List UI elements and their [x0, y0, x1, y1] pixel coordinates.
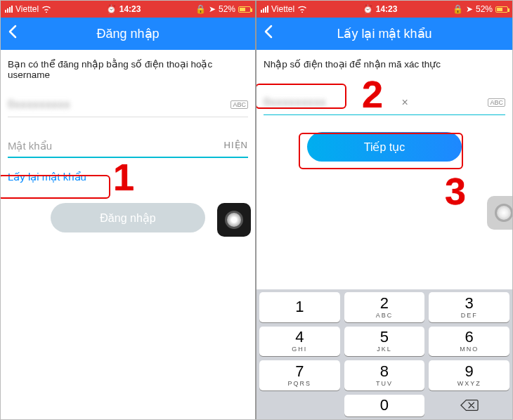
key-2[interactable]: 2ABC	[344, 292, 425, 322]
key-4[interactable]: 4GHI	[259, 327, 340, 357]
header: Lấy lại mật khẩu	[256, 18, 512, 50]
battery-icon	[238, 6, 251, 13]
status-bar: Viettel ⏰ 14:23 🔒 ➤ 52%	[256, 1, 512, 18]
password-input[interactable]: Mật khẩu HIỆN	[8, 133, 248, 158]
phone-value: 0xxxxxxxxx	[264, 96, 326, 109]
abc-badge: ABC	[488, 98, 505, 107]
wifi-icon	[297, 5, 307, 14]
continue-button[interactable]: Tiếp tục	[307, 132, 462, 162]
lock-icon: 🔒	[195, 4, 206, 14]
time-label: 14:23	[119, 4, 141, 14]
key-backspace[interactable]	[429, 395, 509, 417]
key-0[interactable]: 0	[344, 395, 425, 417]
screen-recover: Viettel ⏰ 14:23 🔒 ➤ 52% Lấy lại mật khẩu	[256, 1, 512, 419]
page-title: Đăng nhập	[96, 26, 159, 41]
hint-text: Bạn có thể đăng nhập bằng số điện thoại …	[8, 58, 248, 80]
password-placeholder: Mật khẩu	[8, 140, 52, 152]
status-bar: Viettel ⏰ 14:23 🔒 ➤ 52%	[1, 1, 255, 18]
numeric-keypad: 1 2ABC 3DEF 4GHI 5JKL 6MNO 7PQRS 8TUV 9W…	[256, 289, 512, 419]
key-1[interactable]: 1	[259, 292, 340, 322]
carrier-label: Viettel	[271, 4, 294, 14]
signal-icon	[5, 6, 13, 13]
annotation-number-1: 1	[113, 155, 134, 199]
key-5[interactable]: 5JKL	[344, 327, 425, 357]
forgot-password-link[interactable]: Lấy lại mật khẩu	[8, 171, 86, 183]
location-icon: ➤	[466, 4, 473, 14]
phone-value: 0xxxxxxxxx	[8, 98, 70, 111]
battery-label: 52%	[219, 4, 235, 14]
login-button[interactable]: Đăng nhập	[51, 203, 205, 232]
page-title: Lấy lại mật khẩu	[337, 26, 431, 41]
phone-input[interactable]: 0xxxxxxxxx × ABC	[264, 92, 505, 115]
clear-icon[interactable]: ×	[402, 96, 408, 109]
signal-icon	[261, 6, 268, 13]
key-8[interactable]: 8TUV	[344, 360, 425, 391]
alarm-icon: ⏰	[363, 4, 373, 14]
phone-input[interactable]: 0xxxxxxxxx ABC	[8, 94, 248, 117]
hint-text: Nhập số điện thoại để nhận mã xác thực	[264, 58, 505, 70]
assistive-touch-icon[interactable]	[217, 203, 251, 237]
assistive-touch-icon[interactable]	[487, 196, 512, 230]
abc-badge: ABC	[230, 100, 248, 109]
wifi-icon	[41, 5, 51, 14]
header: Đăng nhập	[1, 18, 255, 50]
show-password-toggle[interactable]: HIỆN	[224, 140, 248, 152]
key-6[interactable]: 6MNO	[429, 327, 509, 357]
back-icon[interactable]	[264, 25, 273, 43]
battery-label: 52%	[476, 4, 493, 14]
key-7[interactable]: 7PQRS	[259, 360, 340, 391]
location-icon: ➤	[209, 4, 216, 14]
back-icon[interactable]	[8, 25, 18, 43]
lock-icon: 🔒	[453, 4, 463, 14]
battery-icon	[495, 6, 508, 13]
login-button-label: Đăng nhập	[100, 211, 155, 225]
time-label: 14:23	[376, 4, 398, 14]
key-3[interactable]: 3DEF	[429, 292, 509, 322]
key-blank	[259, 395, 340, 417]
key-9[interactable]: 9WXYZ	[429, 360, 509, 391]
carrier-label: Viettel	[15, 4, 39, 14]
annotation-number-3: 3	[445, 169, 466, 213]
alarm-icon: ⏰	[106, 4, 117, 14]
continue-button-label: Tiếp tục	[364, 140, 405, 154]
screen-login: Viettel ⏰ 14:23 🔒 ➤ 52% Đăng nhập	[1, 1, 256, 419]
